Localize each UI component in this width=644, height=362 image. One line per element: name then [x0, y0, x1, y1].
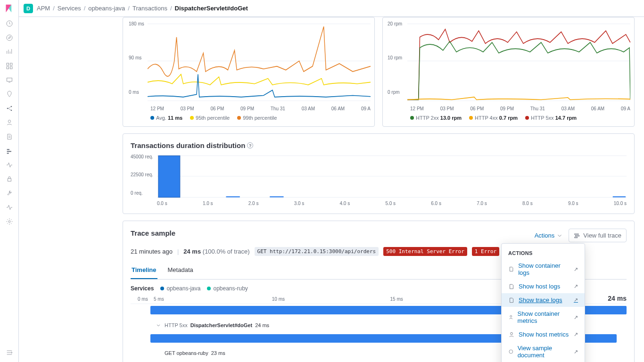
svg-point-30 — [510, 315, 512, 317]
svg-rect-23 — [158, 156, 180, 197]
y-tick: 20 rpm — [388, 21, 402, 26]
logs-icon — [508, 283, 515, 290]
trace-title: Trace sample — [131, 229, 175, 237]
duration-chart-panel: 180 ms 90 ms 0 ms 12 PM03 — [123, 17, 375, 127]
space-badge[interactable]: D — [24, 4, 33, 13]
actions-dropdown[interactable]: Actions — [535, 232, 563, 239]
x-axis: 12 PM03 PM06 PM09 PMThu 3103 AM06 AM09 A — [127, 106, 371, 111]
content-area: 180 ms 90 ms 0 ms 12 PM03 — [19, 17, 644, 362]
breadcrumb-current: DispatcherServlet#doGet — [175, 5, 248, 12]
svg-point-32 — [509, 350, 513, 354]
help-tooltip-icon[interactable]: ? — [247, 142, 253, 148]
x-axis: 12 PM03 PM06 PM09 PMThu 3103 AM06 AM09 A — [387, 106, 630, 111]
expand-icon[interactable] — [155, 322, 162, 329]
external-icon: ↗ — [574, 283, 578, 289]
external-icon: ↗ — [574, 297, 578, 303]
breadcrumb-service-name[interactable]: opbeans-java — [88, 5, 125, 12]
distribution-panel: Transactions duration distribution? 4500… — [123, 133, 635, 214]
nav-collapse-icon[interactable] — [6, 349, 13, 356]
breadcrumb-apm[interactable]: APM — [37, 5, 50, 12]
trace-url: GET http://172.21.0.15:3000/api/orders — [255, 247, 379, 256]
action-container-metrics[interactable]: Show container metrics↗ — [502, 307, 585, 328]
svg-point-12 — [8, 221, 10, 222]
y-tick: 90 ms — [129, 55, 141, 60]
document-icon — [508, 348, 514, 355]
http-error-badge: 500 Internal Server Error — [383, 247, 467, 256]
popover-title: ACTIONS — [502, 247, 585, 259]
y-tick: 0 ms — [129, 90, 139, 95]
timeline-total: 24 ms — [608, 295, 627, 302]
error-count-badge[interactable]: 1 Error — [472, 247, 499, 256]
external-icon: ↗ — [574, 266, 578, 272]
action-host-metrics[interactable]: Show host metrics↗ — [502, 328, 585, 341]
nav-recent-icon[interactable] — [6, 20, 13, 27]
svg-point-1 — [7, 35, 12, 41]
nav-dashboard-icon[interactable] — [6, 62, 13, 70]
rpm-chart[interactable]: 20 rpm 10 rpm 0 rpm — [387, 21, 630, 106]
svg-rect-5 — [10, 66, 12, 69]
nav-devtools-icon[interactable] — [6, 189, 13, 197]
duration-legend: Avg. 11 ms 95th percentile 99th percenti… — [127, 115, 371, 121]
external-icon: ↗ — [574, 331, 578, 337]
dist-x-axis: 0.0 s1.0 s2.0 s3.0 s4.0 s5.0 s6.0 s7.0 s… — [131, 201, 627, 206]
svg-rect-6 — [7, 78, 12, 81]
logs-icon — [508, 297, 515, 304]
svg-rect-28 — [576, 235, 579, 236]
svg-rect-26 — [613, 196, 626, 197]
nav-discover-icon[interactable] — [6, 34, 13, 41]
y-tick: 10 rpm — [388, 55, 402, 60]
rpm-legend: HTTP 2xx 13.0 rpm HTTP 4xx 0.7 rpm HTTP … — [387, 115, 630, 121]
distribution-chart[interactable]: 45000 req. 22500 req. 0 req. — [131, 154, 627, 199]
breadcrumbs: APM/ Services/ opbeans-java/ Transaction… — [37, 5, 248, 12]
breadcrumb-services[interactable]: Services — [58, 5, 81, 12]
trace-timestamp: 21 minutes ago — [131, 248, 173, 255]
nav-infra-icon[interactable] — [6, 119, 13, 126]
nav-logs-icon[interactable] — [6, 133, 13, 140]
action-trace-logs[interactable]: Show trace logs↗ — [502, 293, 585, 307]
nav-canvas-icon[interactable] — [6, 76, 13, 84]
svg-point-9 — [10, 110, 12, 111]
svg-rect-29 — [575, 237, 578, 238]
distribution-title: Transactions duration distribution? — [131, 141, 627, 149]
svg-rect-25 — [270, 196, 283, 197]
action-sample-document[interactable]: View sample document↗ — [502, 341, 585, 362]
nav-uptime-icon[interactable] — [6, 161, 13, 169]
nav-management-icon[interactable] — [6, 218, 13, 225]
metrics-icon — [508, 314, 514, 321]
side-nav — [0, 0, 19, 362]
metrics-icon — [508, 331, 515, 338]
nav-maps-icon[interactable] — [6, 90, 13, 98]
svg-rect-11 — [8, 179, 11, 181]
external-icon: ↗ — [574, 314, 578, 321]
nav-monitoring-icon[interactable] — [6, 204, 13, 211]
kibana-logo-icon — [5, 4, 14, 13]
external-icon: ↗ — [574, 349, 578, 355]
svg-rect-4 — [7, 66, 9, 69]
svg-rect-24 — [226, 196, 239, 197]
logs-icon — [508, 266, 514, 272]
breadcrumb-transactions[interactable]: Transactions — [132, 5, 167, 12]
tab-metadata[interactable]: Metadata — [167, 262, 194, 279]
action-container-logs[interactable]: Show container logs↗ — [502, 259, 585, 280]
trace-duration: 24 ms (100.0% of trace) — [183, 248, 249, 255]
actions-popover: ACTIONS Show container logs↗ Show host l… — [501, 243, 585, 362]
action-host-logs[interactable]: Show host logs↗ — [502, 280, 585, 293]
y-tick: 180 ms — [129, 21, 144, 26]
svg-point-7 — [7, 108, 8, 109]
nav-siem-icon[interactable] — [6, 175, 13, 183]
nav-ml-icon[interactable] — [6, 105, 13, 112]
svg-point-8 — [10, 106, 12, 107]
svg-rect-27 — [575, 233, 578, 234]
svg-point-10 — [8, 120, 10, 123]
tab-timeline[interactable]: Timeline — [131, 262, 157, 279]
top-bar: D APM/ Services/ opbeans-java/ Transacti… — [19, 0, 644, 17]
y-tick: 0 rpm — [388, 90, 400, 95]
svg-rect-3 — [10, 63, 12, 66]
trace-icon — [574, 232, 580, 239]
svg-point-31 — [511, 332, 513, 335]
chevron-down-icon — [556, 232, 563, 239]
view-full-trace-button[interactable]: View full trace — [569, 229, 627, 242]
nav-visualize-icon[interactable] — [6, 48, 13, 56]
duration-chart[interactable]: 180 ms 90 ms 0 ms — [127, 21, 371, 106]
nav-apm-icon[interactable] — [6, 147, 13, 155]
